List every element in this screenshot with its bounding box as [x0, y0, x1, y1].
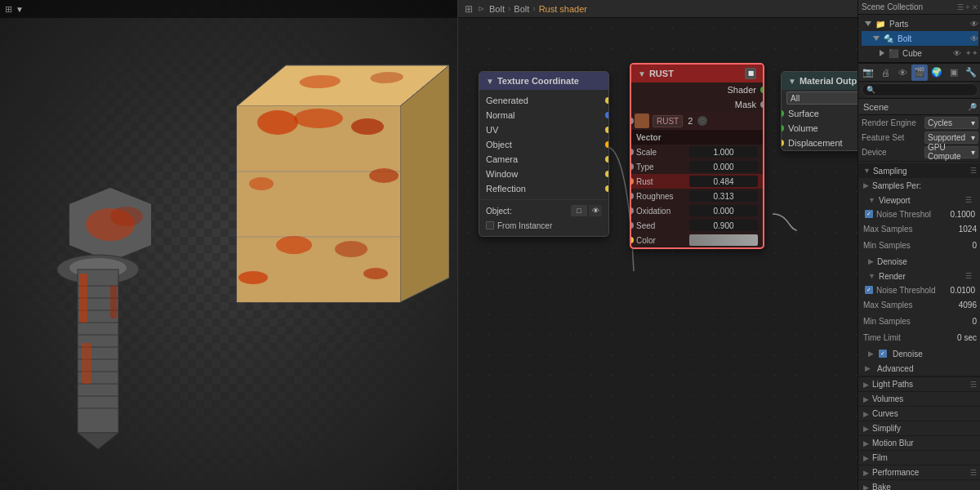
- tc-generated-label: Generated: [486, 96, 602, 105]
- svg-point-14: [363, 268, 388, 279]
- section-film[interactable]: ▶Film: [858, 450, 980, 465]
- prop-search-input[interactable]: [878, 86, 980, 95]
- sampling-header[interactable]: ▼ Sampling ☰: [858, 163, 980, 178]
- rust-scale-input[interactable]: 1.000: [689, 146, 758, 158]
- scene-browse-icon[interactable]: 🔎: [968, 103, 977, 111]
- texture-coordinate-node[interactable]: ▼ Texture Coordinate Generated Normal: [479, 71, 609, 237]
- viewport-sampling-header[interactable]: ▼ Viewport ☰: [863, 193, 977, 207]
- sampling-expand-icon: ▼: [863, 167, 871, 175]
- viewport-mode-label: ▼: [16, 5, 24, 14]
- parts-eye-icon[interactable]: 👁: [970, 20, 978, 29]
- mo-volume-socket: [781, 125, 784, 131]
- texture-coord-body: Generated Normal UV Object: [479, 90, 608, 236]
- tc-instancer-checkbox[interactable]: [486, 221, 494, 229]
- viewport-noise-value: 0.1000: [947, 210, 975, 219]
- rust-type-input[interactable]: 0.000: [689, 161, 758, 172]
- section-motion-blur[interactable]: ▶Motion Blur: [858, 435, 980, 450]
- prop-icon-output[interactable]: 🖨: [877, 65, 893, 81]
- tc-window-label: Window: [486, 169, 602, 179]
- render-feature-dropdown[interactable]: Supported ▾: [924, 131, 978, 144]
- parts-label: Parts: [889, 20, 908, 29]
- render-noise-label: Noise Threshold: [876, 286, 943, 295]
- render-noise-checkbox[interactable]: ✓: [865, 286, 873, 294]
- render-device-row: Device GPU Compute ▾: [858, 145, 980, 159]
- extra-sections: ▶Light Paths☰▶Volumes▶Curves▶Simplify▶Mo…: [858, 376, 980, 490]
- viewport-denoise-row[interactable]: ▶ Denoise: [863, 254, 977, 269]
- section-extra-6: ☰: [970, 469, 977, 477]
- outliner-cube[interactable]: ⬛ Cube 👁 ✦✦: [862, 46, 978, 60]
- section-performance[interactable]: ▶Performance☰: [858, 465, 980, 479]
- prop-icon-render[interactable]: 📷: [860, 65, 876, 81]
- viewport-noise-checkbox[interactable]: ✓: [865, 210, 873, 218]
- advanced-row[interactable]: ▶ Advanced: [858, 361, 980, 376]
- mo-dropdown[interactable]: All ▾: [786, 91, 858, 105]
- viewport-header: ⊞ ▼: [0, 0, 457, 18]
- mo-collapse-icon: ▼: [788, 77, 796, 86]
- breadcrumb-item-3[interactable]: Rust shader: [539, 4, 587, 14]
- rust-type-badge: RUST: [653, 115, 683, 127]
- node-editor-icon: ⊞: [465, 3, 473, 15]
- properties-panel: Scene Collection ☰ + ✕ 📁 Parts 👁 🔩 Bolt …: [858, 0, 980, 490]
- cube-eye-icon[interactable]: 👁: [953, 49, 961, 58]
- tc-reflection-label: Reflection: [486, 184, 602, 194]
- node-canvas[interactable]: ▼ Texture Coordinate Generated Normal: [458, 18, 858, 490]
- tc-object-field[interactable]: □: [571, 205, 587, 216]
- viewport-expand-icon: ▼: [868, 196, 875, 204]
- material-output-title: Material Output: [800, 76, 858, 86]
- section-bake[interactable]: ▶Bake: [858, 479, 980, 490]
- render-maxsamples-value: 4096: [948, 301, 977, 310]
- rust-info-icon[interactable]: ♡: [697, 116, 707, 126]
- viewport-noise-row: ✓ Noise Threshol 0.1000: [863, 207, 977, 220]
- svg-point-6: [257, 110, 298, 135]
- samples-per-arrow: ▶: [863, 181, 869, 189]
- prop-icon-obj[interactable]: ▣: [946, 65, 962, 81]
- viewport-sampling-title: Viewport: [879, 196, 911, 205]
- rust-rust-input[interactable]: 0.484: [689, 176, 758, 187]
- mo-displacement-label: Displacement: [788, 138, 858, 148]
- mo-surface-socket: [781, 110, 784, 117]
- section-volumes[interactable]: ▶Volumes: [858, 391, 980, 406]
- render-sampling: ▼ Render ☰ ✓ Noise Threshold 0.0100 Max …: [858, 269, 980, 361]
- breadcrumb-sep-2: ›: [532, 4, 535, 13]
- render-denoise-row[interactable]: ▶ ✓ Denoise: [863, 346, 977, 361]
- section-light-paths[interactable]: ▶Light Paths☰: [858, 376, 980, 391]
- rust-oxidation-input[interactable]: 0.000: [689, 205, 758, 216]
- tc-instancer-row: From Instancer: [479, 218, 608, 233]
- bolt-eye-icon[interactable]: 👁: [970, 34, 978, 43]
- render-maxsamples-label: Max Samples: [863, 301, 945, 310]
- cube-svg: [172, 41, 449, 384]
- rust-node[interactable]: ▼ RUST 🔲 Shader Mask RUST: [630, 63, 764, 249]
- rust-roughness-input[interactable]: 0.313: [689, 190, 758, 202]
- section-arrow-0: ▶: [863, 381, 869, 389]
- viewport-noise-label: Noise Threshol: [876, 210, 943, 219]
- prop-icon-scene[interactable]: 🎬: [911, 65, 928, 81]
- tc-eye-icon[interactable]: 👁: [589, 205, 602, 216]
- prop-icon-modifier[interactable]: 🔧: [963, 65, 979, 81]
- breadcrumb-item-1[interactable]: Bolt: [489, 4, 505, 14]
- rust-seed-input[interactable]: 0.900: [689, 220, 758, 231]
- breadcrumb-item-2[interactable]: Bolt: [514, 4, 529, 14]
- material-output-node[interactable]: ▼ Material Output All ▾ Surface: [781, 71, 858, 151]
- outliner-parts[interactable]: 📁 Parts 👁: [862, 16, 978, 31]
- section-label-7: Bake: [872, 483, 891, 490]
- render-denoise-label: Denoise: [893, 350, 923, 359]
- render-engine-dropdown[interactable]: Cycles ▾: [924, 117, 978, 129]
- render-device-dropdown[interactable]: GPU Compute ▾: [924, 146, 978, 158]
- node-editor-header: ⊞ ⊳ Bolt › Bolt › Rust shader: [458, 0, 858, 18]
- render-denoise-checkbox[interactable]: ✓: [879, 350, 887, 358]
- section-curves[interactable]: ▶Curves: [858, 406, 980, 421]
- tc-uv-label: UV: [486, 125, 602, 135]
- tc-reflection-socket: [605, 185, 609, 192]
- texture-coord-header: ▼ Texture Coordinate: [479, 72, 608, 90]
- prop-icon-world[interactable]: 🌍: [929, 65, 945, 81]
- render-minsamples-value: 0: [948, 317, 977, 326]
- section-simplify[interactable]: ▶Simplify: [858, 421, 980, 435]
- prop-icon-view[interactable]: 👁: [894, 65, 911, 81]
- texture-coord-title: Texture Coordinate: [497, 76, 579, 86]
- render-minsamples-row: Min Samples 0: [863, 314, 977, 328]
- mo-surface-label: Surface: [788, 109, 858, 118]
- render-sampling-header[interactable]: ▼ Render ☰: [863, 269, 977, 283]
- rust-vector-socket-in: [630, 118, 634, 124]
- rust-color-swatch[interactable]: [689, 234, 758, 246]
- outliner-bolt[interactable]: 🔩 Bolt 👁: [862, 31, 978, 46]
